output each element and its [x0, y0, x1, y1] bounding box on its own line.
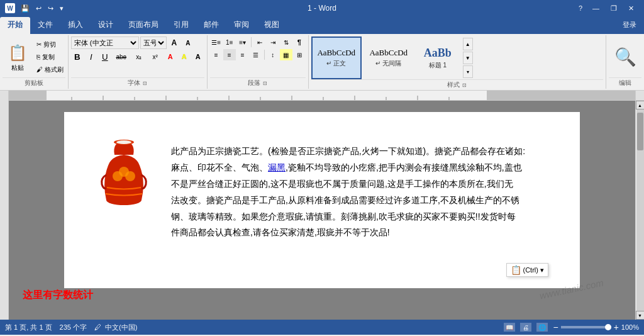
quick-undo-button[interactable]: ↩: [34, 3, 43, 14]
svg-rect-0: [9, 91, 47, 100]
style-no-spacing[interactable]: AaBbCcDd ↵ 无间隔: [364, 36, 414, 79]
sort-button[interactable]: ⇅: [280, 36, 292, 48]
close-button[interactable]: ✕: [623, 3, 639, 14]
borders-button[interactable]: ⊞: [293, 49, 306, 60]
font-color-button[interactable]: A: [164, 50, 177, 63]
style-normal[interactable]: AaBbCcDd ↵ 正文: [311, 36, 362, 79]
font-group-label: 字体 ⊡: [71, 77, 204, 87]
tab-design[interactable]: 设计: [91, 17, 121, 34]
ruler-right: [635, 91, 644, 100]
scroll-up-button[interactable]: ▲: [636, 101, 645, 109]
scroll-thumb[interactable]: [637, 113, 643, 150]
paragraph-dialog-launcher[interactable]: ⊡: [263, 81, 267, 86]
style-heading1[interactable]: AaBb 标题 1: [416, 36, 460, 79]
align-right-button[interactable]: ≡: [236, 49, 249, 60]
zoom-slider[interactable]: [561, 326, 611, 328]
zoom-in-button[interactable]: +: [614, 323, 619, 332]
cut-button[interactable]: ✂ 剪切: [35, 39, 65, 50]
superscript-button[interactable]: x²: [148, 50, 163, 63]
quick-more-button[interactable]: ▾: [58, 3, 65, 14]
status-right: 📖 🖨 🌐 − + 100%: [504, 323, 639, 332]
shading-button[interactable]: ▦: [280, 49, 292, 60]
font-name-select[interactable]: 宋体 (中文正: [71, 36, 139, 49]
multilevel-list-button[interactable]: ≡▾: [236, 36, 249, 48]
copy-button[interactable]: ⎘ 复制: [35, 52, 65, 63]
format-painter-button[interactable]: 🖌 格式刷: [35, 64, 65, 76]
underlined-text: 漏黑: [268, 162, 286, 172]
page-info: 第 1 页, 共 1 页: [5, 323, 52, 332]
word-count: 235 个字: [60, 323, 87, 332]
web-layout-icon[interactable]: 🌐: [536, 323, 548, 332]
svg-point-18: [116, 140, 131, 144]
tab-insert[interactable]: 插入: [60, 17, 91, 34]
underline-button[interactable]: U: [99, 50, 111, 63]
highlight-button[interactable]: A: [178, 50, 191, 63]
scroll-down-button[interactable]: ▼: [636, 311, 645, 320]
bullets-button[interactable]: ☰≡: [210, 36, 223, 48]
font-dialog-launcher[interactable]: ⊡: [143, 81, 147, 86]
show-formatting-button[interactable]: ¶: [293, 36, 306, 48]
svg-rect-2: [47, 91, 487, 100]
tab-file[interactable]: 文件: [30, 17, 60, 34]
font-shrink-button[interactable]: A: [182, 36, 194, 49]
edit-icon: 🔍: [614, 47, 636, 67]
ribbon: 📋 粘贴 ✂ 剪切 ⎘ 复制 🖌 格式刷 剪贴板 宋体 (中文正 五号 A A: [0, 34, 644, 91]
tab-home[interactable]: 开始: [0, 17, 30, 34]
styles-scroll-down[interactable]: ▼: [463, 52, 473, 64]
quick-access-toolbar: 💾 ↩ ↪ ▾: [19, 3, 65, 14]
align-left-button[interactable]: ≡: [210, 49, 223, 60]
italic-button[interactable]: I: [85, 50, 97, 63]
language-icon: 🖊: [94, 323, 101, 331]
decrease-indent-button[interactable]: ⇤: [253, 36, 266, 48]
document-content: 此产品为正宗搪瓷工艺。(检验是否正宗搪瓷产品,火烤一下就知道)。搪瓷产品都会存在…: [171, 143, 536, 241]
minimize-button[interactable]: —: [587, 3, 604, 13]
read-mode-icon[interactable]: 📖: [504, 323, 515, 332]
font-size-select[interactable]: 五号: [140, 36, 167, 49]
styles-more[interactable]: ▾: [463, 65, 473, 78]
tab-page-layout[interactable]: 页面布局: [121, 17, 166, 34]
style-normal-label: ↵ 正文: [326, 59, 346, 68]
window-title: 1 - Word: [308, 4, 336, 13]
strikethrough-button[interactable]: abe: [113, 50, 130, 63]
styles-scroll-up[interactable]: ▲: [463, 38, 473, 50]
paste-button[interactable]: 📋 粘贴: [3, 39, 33, 76]
tab-mailing[interactable]: 邮件: [196, 17, 226, 34]
subscript-button[interactable]: x₂: [131, 50, 147, 63]
clipboard-group-label: 剪贴板: [3, 77, 65, 87]
language-indicator: 🖊 中文(中国): [94, 323, 137, 332]
align-center-button[interactable]: ≡: [223, 49, 236, 60]
print-layout-icon[interactable]: 🖨: [520, 323, 531, 332]
status-bar: 第 1 页, 共 1 页 235 个字 🖊 中文(中国) 📖 🖨 🌐 − + 1…: [0, 320, 644, 335]
vase-image: [96, 137, 152, 208]
scrollbar-right: ▲ ▼: [635, 101, 644, 320]
tab-view[interactable]: 视图: [257, 17, 287, 34]
zoom-thumb: [605, 324, 611, 330]
help-button[interactable]: ?: [575, 3, 586, 13]
tab-review[interactable]: 审阅: [226, 17, 257, 34]
svg-point-21: [119, 167, 129, 177]
numbering-button[interactable]: 1≡: [223, 36, 236, 48]
paste-popup[interactable]: 📋 (Ctrl) ▾: [506, 263, 549, 277]
ruler-corner: [0, 91, 9, 101]
document-page: 此产品为正宗搪瓷工艺。(检验是否正宗搪瓷产品,火烤一下就知道)。搪瓷产品都会存在…: [64, 112, 580, 288]
font-grow-button[interactable]: A: [168, 36, 180, 49]
horizontal-ruler: [9, 91, 635, 100]
bold-button[interactable]: B: [71, 50, 84, 63]
scroll-track[interactable]: [636, 109, 644, 311]
word-icon: W: [5, 3, 15, 13]
justify-button[interactable]: ☰: [250, 49, 262, 60]
restore-button[interactable]: ❐: [606, 3, 622, 14]
zoom-out-button[interactable]: −: [553, 323, 558, 332]
increase-indent-button[interactable]: ⇥: [267, 36, 279, 48]
login-button[interactable]: 登录: [615, 18, 644, 33]
line-spacing-button[interactable]: ↕: [267, 49, 279, 60]
title-bar-controls: ? — ❐ ✕: [575, 3, 639, 14]
tab-references[interactable]: 引用: [166, 17, 196, 34]
quick-redo-button[interactable]: ↪: [46, 3, 55, 14]
editing-group-label: 编辑: [609, 77, 641, 87]
font-color2-button[interactable]: A: [192, 50, 204, 63]
styles-dialog-launcher[interactable]: ⊡: [462, 82, 467, 88]
left-margin: [0, 101, 9, 320]
quick-save-button[interactable]: 💾: [19, 3, 31, 14]
style-heading1-label: 标题 1: [429, 61, 447, 70]
